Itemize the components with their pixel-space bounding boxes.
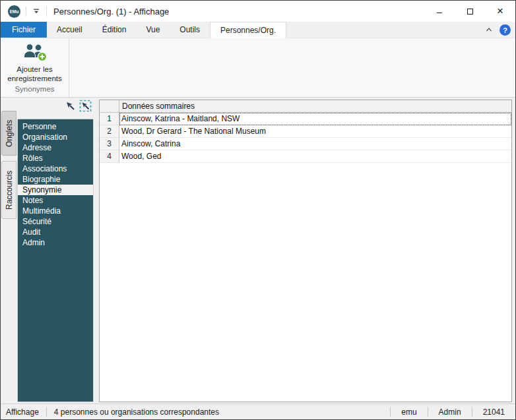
side-tab-raccourcis[interactable]: Raccourcis — [1, 161, 16, 219]
minimize-button[interactable]: – — [424, 1, 455, 22]
ribbon-group-label: Synonymes — [1, 85, 69, 97]
nav-item-admin[interactable]: Admin — [18, 237, 93, 248]
nav-item-biographie[interactable]: Biographie — [18, 174, 93, 185]
nav-item-associations[interactable]: Associations — [18, 164, 93, 174]
window-controls: – × — [424, 1, 515, 22]
ribbon-tab-bar: Fichier Accueil Édition Vue Outils Perso… — [1, 22, 515, 38]
add-records-label: Ajouter les enregistrements — [3, 65, 67, 83]
row-number[interactable]: 1 — [100, 113, 119, 125]
row-summary[interactable]: Ainscow, Catrina — [119, 138, 511, 150]
nav-item-audit[interactable]: Audit — [18, 227, 93, 237]
tab-personnes-org[interactable]: Personnes/Org. — [210, 22, 286, 38]
nav-item-multimedia[interactable]: Multimédia — [18, 206, 93, 216]
module-nav-panel: Personne Organisation Adresse Rôles Asso… — [17, 119, 94, 402]
row-number[interactable]: 2 — [100, 125, 119, 138]
tab-accueil[interactable]: Accueil — [47, 22, 92, 38]
add-people-icon — [22, 42, 48, 62]
side-tab-onglets[interactable]: Onglets — [1, 111, 16, 156]
tab-outils[interactable]: Outils — [170, 22, 210, 38]
emu-logo-icon[interactable]: EMu — [8, 5, 20, 18]
collapse-ribbon-icon[interactable] — [484, 24, 494, 36]
row-summary[interactable]: Ainscow, Katrina - Maitland, NSW — [119, 113, 511, 125]
window-title: Personnes/Org. (1) - Affichage — [53, 7, 169, 16]
maximize-icon — [467, 9, 473, 15]
close-button[interactable]: × — [485, 1, 515, 22]
column-header-donnees-sommaires[interactable]: Données sommaires — [119, 100, 511, 112]
tab-edition[interactable]: Édition — [92, 22, 137, 38]
results-grid: Données sommaires 1 Ainscow, Katrina - M… — [99, 100, 512, 402]
add-records-button[interactable]: Ajouter les enregistrements — [1, 38, 69, 85]
selection-tools — [65, 100, 92, 115]
table-row[interactable]: 3 Ainscow, Catrina — [100, 138, 511, 150]
main-area: Onglets Raccourcis Personne Organisation… — [1, 98, 515, 404]
row-number[interactable]: 3 — [100, 138, 119, 150]
nav-item-personne[interactable]: Personne — [18, 121, 93, 132]
status-number: 21041 — [472, 407, 515, 417]
ribbon: Ajouter les enregistrements Synonymes — [1, 38, 515, 98]
nav-item-notes[interactable]: Notes — [18, 195, 93, 206]
nav-item-organisation[interactable]: Organisation — [18, 132, 93, 142]
nav-item-roles[interactable]: Rôles — [18, 153, 93, 164]
tab-fichier[interactable]: Fichier — [1, 22, 47, 38]
pointer-icon[interactable] — [65, 100, 76, 114]
nav-item-securite[interactable]: Sécurité — [18, 216, 93, 227]
quick-access-dropdown-icon[interactable] — [32, 7, 41, 16]
grid-header-row: Données sommaires — [100, 100, 511, 113]
help-icon[interactable]: ? — [500, 24, 511, 36]
ribbon-group-synonymes: Ajouter les enregistrements Synonymes — [1, 38, 69, 97]
row-number[interactable]: 4 — [100, 150, 119, 163]
row-number-header — [100, 100, 119, 112]
status-mode: Affichage — [1, 407, 46, 417]
status-message: 4 personnes ou organisations corresponda… — [47, 407, 390, 417]
row-summary[interactable]: Wood, Ged — [119, 150, 511, 163]
select-all-icon[interactable] — [79, 100, 92, 115]
status-user: emu — [391, 407, 427, 417]
row-summary[interactable]: Wood, Dr Gerard - The National Museum — [119, 125, 511, 138]
table-row[interactable]: 2 Wood, Dr Gerard - The National Museum — [100, 125, 511, 138]
app-window: EMu Personnes/Org. (1) - Affichage – × F… — [0, 0, 516, 420]
titlebar: EMu Personnes/Org. (1) - Affichage – × — [1, 1, 515, 22]
titlebar-separator — [46, 7, 47, 16]
status-profile: Admin — [428, 407, 472, 417]
nav-item-adresse[interactable]: Adresse — [18, 142, 93, 153]
table-row[interactable]: 4 Wood, Ged — [100, 150, 511, 163]
table-row[interactable]: 1 Ainscow, Katrina - Maitland, NSW — [100, 113, 511, 125]
titlebar-separator — [26, 7, 26, 16]
nav-item-synonymie[interactable]: Synonymie — [18, 185, 93, 195]
status-bar: Affichage 4 personnes ou organisations c… — [1, 404, 515, 419]
maximize-button[interactable] — [455, 1, 485, 22]
close-icon: × — [497, 5, 503, 18]
tab-vue[interactable]: Vue — [136, 22, 170, 38]
